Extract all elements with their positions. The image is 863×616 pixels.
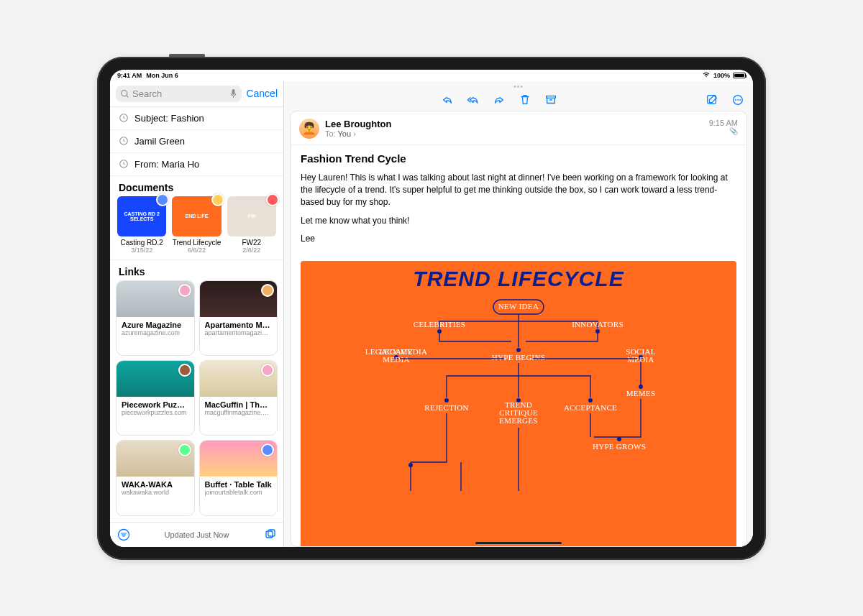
status-date: Mon Jun 6 [146,72,178,79]
sender-avatar[interactable]: 🧑‍🦱 [299,119,319,139]
windows-icon[interactable] [263,528,276,541]
link-card[interactable]: WAKA-WAKAwakawaka.world [116,440,195,515]
svg-point-21 [516,348,521,352]
svg-text:HYPE GROWS: HYPE GROWS [593,442,646,451]
documents-heading: Documents [110,176,283,196]
filter-icon[interactable] [117,528,130,541]
mail-time: 9:15 AM [709,119,738,127]
sidebar-footer: Updated Just Now [110,522,283,547]
status-time: 9:41 AM [117,72,142,79]
svg-text:SOCIALMEDIA: SOCIALMEDIA [626,347,656,364]
document-card[interactable]: END LIFETrend Lifecycle6/6/22 [172,196,221,254]
svg-text:MEMES: MEMES [626,389,656,397]
screen: 9:41 AM Mon Jun 6 100% Search [110,70,753,547]
history-icon [119,113,129,123]
svg-rect-2 [232,89,235,95]
home-indicator[interactable] [475,542,562,544]
mail-header: 🧑‍🦱 Lee Broughton To: You › 9:15 AM 📎 [291,111,746,145]
attachment-icon: 📎 [709,127,738,135]
svg-point-32 [588,398,593,403]
poster-title: TREND LIFECYCLE [312,268,725,290]
links-heading: Links [110,259,283,280]
suggestion-item[interactable]: Jamil Green [110,130,283,153]
reply-icon[interactable] [441,93,454,106]
link-card[interactable]: Piecework Puzzlespieceworkpuzzles.com [116,360,195,436]
battery-percent: 100% [713,72,730,79]
svg-point-38 [408,463,413,467]
suggestion-item[interactable]: From: Maria Ho [110,153,283,176]
wifi-icon [702,71,711,79]
document-card[interactable]: CASTING RD 2 SELECTSCasting RD.23/15/22 [117,196,166,254]
document-card[interactable]: FWFW222/8/22 [227,196,276,254]
svg-text:LEGACYMEDIA: LEGACYMEDIA [380,347,413,364]
svg-rect-7 [266,531,273,538]
svg-text:INNOVATORS: INNOVATORS [572,320,624,328]
suggestion-item[interactable]: Subject: Fashion [110,107,283,130]
compose-icon[interactable] [706,93,718,106]
sidebar: Search Cancel Subject: Fashion Jamil Gre… [110,81,284,547]
svg-text:REJECTION: REJECTION [424,403,468,412]
search-input[interactable]: Search [116,86,242,102]
search-placeholder: Search [132,88,162,99]
svg-point-12 [735,99,736,101]
footer-status: Updated Just Now [165,530,229,539]
svg-rect-9 [547,96,556,98]
link-card[interactable]: Buffet · Table Talkjoinourtabletalk.com [199,440,278,515]
svg-text:NEW IDEA: NEW IDEA [498,302,539,311]
svg-point-30 [444,398,449,403]
archive-icon[interactable] [544,93,557,106]
svg-text:TRENDCRITIQUEEMERGES: TRENDCRITIQUEEMERGES [499,400,538,425]
forward-icon[interactable] [493,93,506,106]
history-icon [119,159,129,169]
trash-icon[interactable] [519,93,531,106]
mail-to[interactable]: To: You › [325,129,703,138]
svg-text:HYPE BEGINS: HYPE BEGINS [492,353,546,362]
svg-point-0 [122,90,127,96]
more-icon[interactable] [731,93,744,106]
link-card[interactable]: Azure Magazineazuremagazine.com [116,280,195,356]
links-grid: Azure Magazineazuremagazine.comApartamen… [110,280,283,522]
svg-point-14 [739,99,741,101]
status-bar: 9:41 AM Mon Jun 6 100% [110,70,753,81]
microphone-icon[interactable] [229,88,237,98]
svg-line-1 [127,95,128,96]
chevron-right-icon: › [353,129,356,138]
mail-card: 🧑‍🦱 Lee Broughton To: You › 9:15 AM 📎 [290,111,747,547]
mail-subject: Fashion Trend Cycle [291,145,746,167]
svg-text:ACCEPTANCE: ACCEPTANCE [564,403,617,412]
poster-diagram: NEW IDEA CELEBRITIES INNOVATORS HYPE BEG… [312,290,725,491]
link-card[interactable]: MacGuffin | The Lif...macguffinmagazine.… [199,360,278,436]
svg-point-13 [737,99,739,101]
svg-text:CELEBRITIES: CELEBRITIES [414,320,465,328]
search-suggestions: Subject: Fashion Jamil Green From: Maria… [110,106,283,176]
battery-icon [733,73,746,78]
link-card[interactable]: Apartamento Maga...apartamentomagazine.c… [199,280,278,356]
mail-toolbar [284,92,753,111]
attachment-poster[interactable]: TREND LIFECYCLE NEW IDEA CELEBRITIES INN… [301,261,736,546]
documents-row: CASTING RD 2 SELECTSCasting RD.23/15/22E… [110,196,283,259]
mail-from[interactable]: Lee Broughton [325,119,703,129]
window-drag-handle[interactable]: ••• [512,81,525,92]
svg-point-36 [617,437,621,441]
history-icon [119,136,129,146]
cancel-button[interactable]: Cancel [246,88,278,99]
search-icon [120,89,129,98]
content-pane: ••• [284,81,753,547]
reply-all-icon[interactable] [467,93,480,106]
svg-rect-8 [268,530,275,536]
mail-body: Hey Lauren! This is what I was talking a… [291,167,746,259]
ipad-frame: 9:41 AM Mon Jun 6 100% Search [97,57,766,560]
